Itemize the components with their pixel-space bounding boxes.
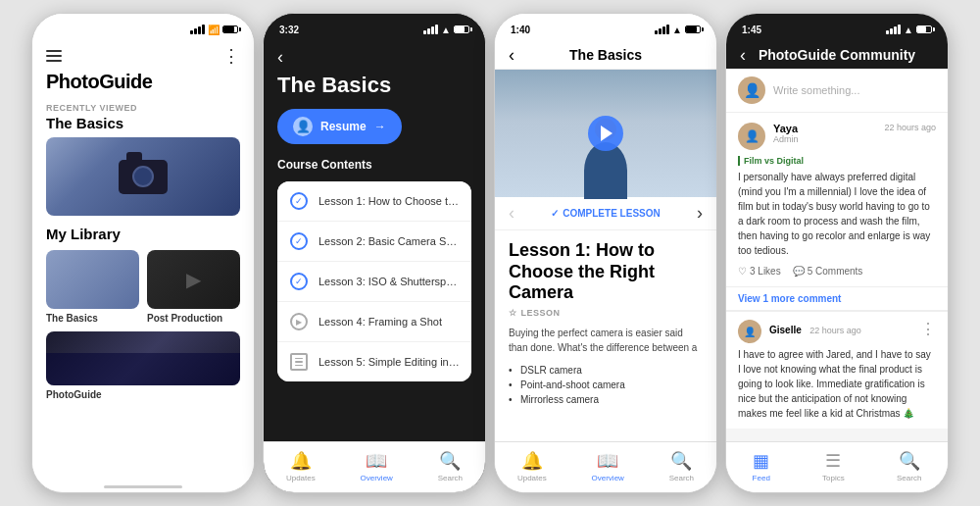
phone-2: 3:32 ▲ ‹ The Basics 👤 Resume [263, 13, 486, 493]
library-item-photog[interactable]: PhotoGuide [46, 331, 240, 400]
status-time-4: 1:45 [742, 25, 761, 35]
phone2-header: ‹ [264, 41, 485, 74]
lesson-item-2[interactable]: ✓ Lesson 2: Basic Camera Setting... [277, 222, 471, 262]
lesson-item-4[interactable]: ▶ Lesson 4: Framing a Shot [277, 302, 471, 342]
nav-search-3[interactable]: 🔍 Search [669, 450, 694, 482]
phone-4: 1:45 ▲ ‹ PhotoGuide Community 👤 [725, 13, 949, 493]
library-thumb-post: ▶ [147, 250, 240, 309]
status-bar-2: 3:32 ▲ [264, 14, 485, 41]
back-arrow-4[interactable]: ‹ [740, 45, 746, 66]
thumb-post-img: ▶ [147, 250, 240, 309]
status-bar-1: 📶 [32, 14, 254, 41]
yaya-role: Admin [773, 134, 876, 144]
nav-overview-3[interactable]: 📖 Overview [592, 450, 624, 482]
compose-placeholder[interactable]: Write something... [773, 84, 859, 96]
play-button[interactable] [588, 116, 623, 151]
lesson-item-5[interactable]: Lesson 5: Simple Editing in Ligh... [277, 342, 471, 381]
book-icon-3: 📖 [597, 450, 618, 472]
bullet-list: DSLR camera Point-and-shoot camera Mirro… [509, 363, 703, 407]
back-arrow-2[interactable]: ‹ [277, 47, 283, 68]
video-container[interactable] [495, 70, 716, 197]
view-more-comments[interactable]: View 1 more comment [726, 287, 948, 311]
likes-button[interactable]: ♡ 3 Likes [738, 266, 781, 277]
phone3-content: Lesson 1: How to Choose the Right Camera… [495, 230, 716, 441]
lesson-text-5: Lesson 5: Simple Editing in Ligh... [318, 355, 460, 369]
next-lesson-icon[interactable]: › [697, 203, 703, 224]
hamburger-menu[interactable] [46, 50, 62, 62]
bullet-item-3: Mirrorless camera [509, 392, 703, 407]
doc-icon-5 [290, 353, 308, 371]
heart-icon: ♡ [738, 266, 747, 277]
battery-1 [222, 25, 238, 33]
camera-icon [119, 160, 168, 194]
post-text-yaya: I personally have always preferred digit… [738, 170, 936, 258]
library-item-basics[interactable]: The Basics [46, 250, 139, 324]
nav-topics-label-4: Topics [822, 474, 845, 482]
battery-4 [916, 25, 932, 33]
post-item-yaya: 👤 Yaya Admin 22 hours ago Film vs Digita… [726, 113, 948, 287]
phone-3: 1:40 ▲ ‹ The Basics [494, 13, 717, 493]
nav-updates-2[interactable]: 🔔 Updates [286, 450, 316, 482]
phone4-header: ‹ PhotoGuide Community [726, 41, 948, 69]
nav-overview-2[interactable]: 📖 Overview [361, 450, 393, 482]
comments-button[interactable]: 💬 5 Comments [793, 266, 863, 277]
nav-search-label-4: Search [897, 474, 921, 482]
complete-lesson-button[interactable]: ✓ COMPLETE LESSON [551, 208, 660, 219]
signal-bars-2 [423, 25, 438, 34]
library-thumb-photog [46, 331, 240, 385]
library-item-post[interactable]: ▶ Post Production [147, 250, 240, 324]
resume-button[interactable]: 👤 Resume → [277, 109, 402, 144]
giselle-meta: Giselle 22 hours ago [769, 320, 861, 337]
nav-updates-label-2: Updates [286, 474, 316, 482]
community-content: 👤 Write something... 👤 Yaya Admin 22 hou… [726, 69, 948, 441]
prev-lesson-icon[interactable]: ‹ [509, 203, 514, 224]
course-contents-title: Course Contents [277, 158, 471, 172]
nav-feed-4[interactable]: ▦ Feed [753, 450, 770, 482]
nav-search-2[interactable]: 🔍 Search [438, 450, 463, 482]
library-grid: The Basics ▶ Post Production [46, 250, 240, 324]
lesson-item-3[interactable]: ✓ Lesson 3: ISO & Shutterspeed [277, 262, 471, 302]
status-bar-3: 1:40 ▲ [495, 14, 716, 41]
phone3-header-title: The Basics [569, 47, 642, 63]
lesson-type-badge: ☆ LESSON [509, 308, 703, 318]
phone3-header: ‹ The Basics [495, 41, 716, 70]
nav-updates-3[interactable]: 🔔 Updates [517, 450, 547, 482]
comment-more-icon[interactable]: ⋮ [920, 320, 936, 338]
battery-2 [454, 25, 469, 33]
status-time-3: 1:40 [511, 25, 530, 35]
check-circle-2: ✓ [290, 232, 308, 250]
status-icons-2: ▲ [423, 25, 469, 35]
giselle-time: 22 hours ago [809, 326, 861, 335]
star-icon: ☆ [509, 308, 517, 318]
wifi-icon-4: ▲ [904, 25, 913, 35]
nav-search-4[interactable]: 🔍 Search [897, 450, 921, 482]
yaya-user-info: Yaya Admin [773, 123, 876, 144]
phone-1: 📶 ⋮ PhotoGuide RECENTLY VIEWED The Basic… [31, 13, 255, 493]
bottom-nav-3: 🔔 Updates 📖 Overview 🔍 Search [495, 441, 716, 492]
recently-viewed-label: RECENTLY VIEWED [46, 103, 240, 113]
signal-bars-4 [886, 25, 901, 34]
phone1-header: ⋮ PhotoGuide [32, 41, 254, 99]
app-title: PhotoGuide [46, 71, 240, 93]
bottom-nav-4: ▦ Feed ☰ Topics 🔍 Search [726, 441, 948, 492]
lesson-item-1[interactable]: ✓ Lesson 1: How to Choose the Ri... [277, 181, 471, 222]
yaya-time: 22 hours ago [884, 123, 936, 132]
back-arrow-3[interactable]: ‹ [509, 45, 514, 66]
recent-title[interactable]: The Basics [46, 115, 240, 131]
play-triangle-icon [601, 126, 612, 141]
nav-topics-4[interactable]: ☰ Topics [822, 450, 845, 482]
feed-icon-4: ▦ [753, 450, 769, 472]
more-icon-1[interactable]: ⋮ [222, 45, 240, 67]
lesson-icon-3: ✓ [289, 272, 309, 291]
post-header-yaya: 👤 Yaya Admin 22 hours ago [738, 123, 936, 150]
book-icon-2: 📖 [366, 450, 387, 472]
hero-image[interactable] [46, 137, 240, 216]
resume-avatar: 👤 [293, 117, 313, 136]
giselle-username: Giselle [769, 325, 802, 335]
library-label-photog: PhotoGuide [46, 389, 240, 400]
my-library-title: My Library [46, 226, 240, 242]
search-icon-3: 🔍 [670, 450, 692, 472]
search-icon-2: 🔍 [439, 450, 461, 472]
nav-feed-label-4: Feed [753, 474, 770, 482]
phone4-title: PhotoGuide Community [740, 47, 934, 63]
